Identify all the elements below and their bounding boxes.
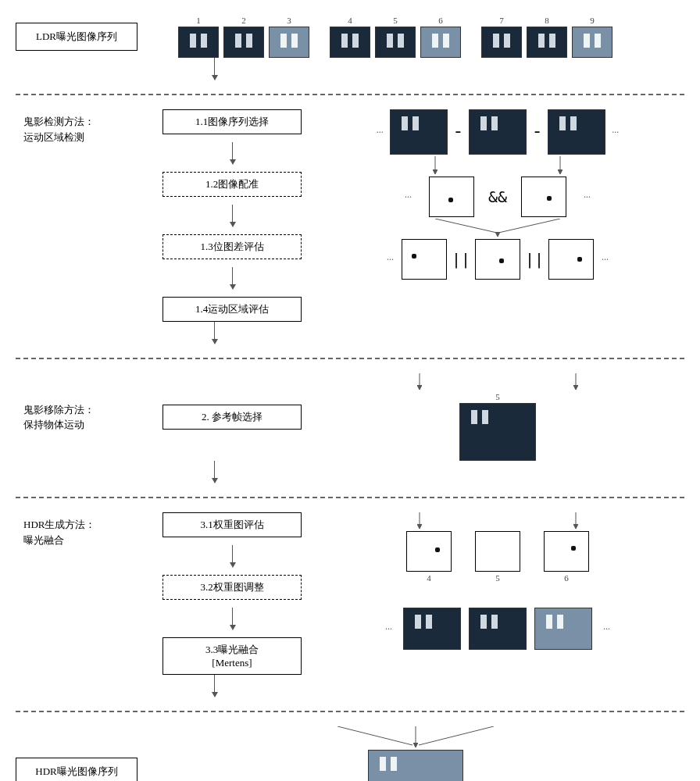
- fuse-input-5: [469, 608, 527, 650]
- ellipsis-icon: ···: [600, 623, 613, 635]
- diff-input-mid: [469, 109, 527, 155]
- thumb-7: [481, 27, 522, 58]
- weight-map-6: [544, 531, 589, 572]
- ref-frame-num: 5: [495, 392, 500, 401]
- thumb-3-num: 3: [287, 16, 291, 25]
- hg-line2: 曝光融合: [23, 533, 145, 548]
- thumb-5-num: 5: [393, 16, 398, 25]
- gr-line2: 保持物体运动: [23, 417, 145, 433]
- ellipsis-icon: ···: [384, 254, 397, 266]
- ellipsis-icon: ···: [347, 778, 360, 782]
- input-label: LDR曝光图像序列: [16, 23, 138, 51]
- weight-map-5: [475, 531, 520, 572]
- thumb-6-num: 6: [438, 16, 443, 25]
- arrow-icon: [214, 322, 215, 344]
- input-thumbnails: 1 2 3 4 5 6 7 8 9: [178, 16, 612, 58]
- gd-line2: 运动区域检测: [23, 130, 145, 145]
- arrow-icon: [232, 545, 233, 567]
- arrow-down-split-icon: [334, 373, 662, 390]
- minus-icon: -: [451, 123, 466, 142]
- ellipsis-icon: ···: [471, 778, 484, 782]
- ghost-removal-stage: 鬼影移除方法： 保持物体运动 2. 参考帧选择 5: [16, 373, 684, 461]
- weight-map-6-num: 6: [564, 573, 569, 583]
- thumb-4: [330, 27, 370, 58]
- arrow-icon: [214, 675, 215, 697]
- thumb-9-num: 9: [590, 16, 595, 25]
- svg-line-2: [435, 219, 497, 233]
- thumb-7-num: 7: [499, 16, 504, 25]
- diff-input-right: [548, 109, 605, 155]
- arrow-down-pair-icon: [334, 512, 662, 530]
- thumb-2: [223, 27, 264, 58]
- ellipsis-icon: ···: [598, 254, 612, 266]
- thumb-4-num: 4: [348, 16, 352, 25]
- diff-map-left: [429, 177, 474, 217]
- weight-map-4: [406, 531, 452, 572]
- arrow-icon: [232, 608, 233, 629]
- divider: [16, 94, 684, 95]
- ghost-detection-steps: 1.1图像序列选择 1.2图像配准 1.3位图差评估 1.4运动区域评估: [162, 109, 302, 322]
- output-label: HDR曝光图像序列: [16, 758, 138, 781]
- gd-line1: 鬼影检测方法：: [23, 114, 145, 130]
- step-1-2: 1.2图像配准: [162, 172, 302, 197]
- divider: [16, 711, 684, 712]
- thumb-8: [527, 27, 567, 58]
- step-3-3b: [Mertens]: [171, 657, 293, 669]
- fuse-input-6: [534, 608, 592, 650]
- divider: [16, 358, 684, 359]
- step-3-1: 3.1权重图评估: [162, 512, 302, 537]
- step-2-ref: 2. 参考帧选择: [162, 405, 302, 430]
- thumb-2-num: 2: [241, 16, 246, 25]
- output-hdr-frame: [368, 750, 463, 781]
- arrow-join-icon: [334, 156, 662, 175]
- motion-detection-diagram: ··· - - ··· ··· && ··· ··· ||: [311, 109, 684, 322]
- step-3-2: 3.2权重图调整: [162, 575, 302, 600]
- gr-line1: 鬼影移除方法：: [23, 402, 145, 418]
- hdr-generation-stage: HDR生成方法： 曝光融合 3.1权重图评估 3.2权重图调整 3.3曝光融合 …: [16, 512, 684, 675]
- output-row: HDR曝光图像序列 ··· ···: [16, 726, 684, 781]
- and-op-icon: &&: [488, 187, 507, 206]
- svg-line-11: [419, 726, 494, 745]
- thumb-3: [269, 27, 309, 58]
- thumb-6: [420, 27, 461, 58]
- or-op-icon: ||: [525, 250, 544, 269]
- step-1-4: 1.4运动区域评估: [162, 297, 302, 322]
- arrow-icon: [214, 461, 215, 483]
- step-3-3: 3.3曝光融合 [Mertens]: [162, 637, 302, 675]
- svg-line-9: [338, 726, 412, 745]
- union-map-right: [548, 239, 594, 280]
- arrow-icon: [232, 142, 233, 164]
- or-op-icon: ||: [452, 250, 470, 269]
- ellipsis-icon: ···: [373, 127, 387, 138]
- step-1-3: 1.3位图差评估: [162, 234, 302, 259]
- hdr-gen-steps: 3.1权重图评估 3.2权重图调整 3.3曝光融合 [Mertens]: [162, 512, 302, 675]
- weight-maps-display: 4 5 6 ··· ···: [311, 512, 684, 650]
- svg-line-3: [498, 219, 560, 233]
- arrow-icon: [232, 205, 233, 226]
- arrow-icon: [214, 58, 215, 80]
- fuse-input-4: [403, 608, 461, 650]
- step-1-1: 1.1图像序列选择: [162, 109, 302, 134]
- thumb-8-num: 8: [545, 16, 549, 25]
- ghost-detection-title: 鬼影检测方法： 运动区域检测: [16, 109, 153, 322]
- arrow-and-icon: [334, 219, 662, 237]
- ellipsis-icon: ···: [382, 623, 395, 635]
- thumb-5: [375, 27, 416, 58]
- thumb-1: [178, 27, 219, 58]
- thumb-9: [572, 27, 612, 58]
- minus-icon: -: [530, 123, 545, 142]
- weight-map-4-num: 4: [427, 573, 431, 583]
- ghost-removal-steps: 2. 参考帧选择: [162, 405, 302, 430]
- hg-line1: HDR生成方法：: [23, 517, 145, 533]
- hdr-gen-title: HDR生成方法： 曝光融合: [16, 512, 153, 552]
- reference-frame-display: 5: [311, 373, 684, 461]
- ellipsis-icon: ···: [402, 191, 415, 203]
- step-3-3a: 3.3曝光融合: [171, 643, 293, 657]
- ghost-removal-title: 鬼影移除方法： 保持物体运动: [16, 398, 153, 437]
- ref-frame-thumb: [459, 403, 536, 461]
- thumb-1-num: 1: [196, 16, 201, 25]
- union-map-mid: [475, 239, 520, 280]
- ellipsis-icon: ···: [609, 127, 622, 138]
- diff-input-left: [390, 109, 448, 155]
- union-map-left: [402, 239, 447, 280]
